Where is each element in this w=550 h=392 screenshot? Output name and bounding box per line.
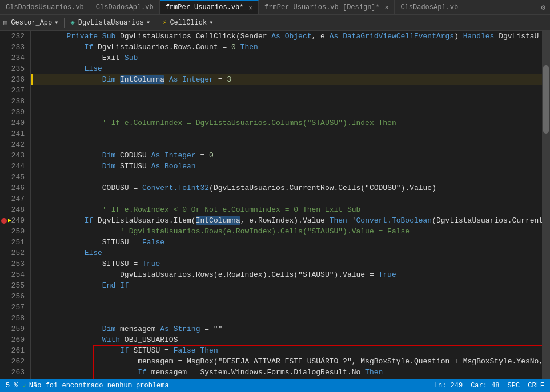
line-code: mensagem = MsgBox("DESEJA ATIVAR ESTE US… <box>31 356 542 367</box>
tab-bar: ClsDadosUsuarios.vb ClsDadosApl.vb frmPe… <box>0 0 550 15</box>
line-code: If DgvListaUsuarios.Rows.Count = 0 Then <box>31 42 258 52</box>
code-line-257 <box>31 302 542 313</box>
code-line-237 <box>31 85 542 96</box>
line-code: With OBJ_USUARIOS <box>31 334 178 345</box>
dropdown-arrow3: ▾ <box>209 18 213 27</box>
line-ending: CRLF <box>528 382 544 390</box>
code-line-248: ' If e.RowIndex < 0 Or Not e.ColumnIndex… <box>31 204 542 215</box>
code-line-254: DgvListaUsuarios.Rows(e.RowIndex).Cells(… <box>31 269 542 280</box>
line-code <box>31 313 35 324</box>
gutter-line-248: 248 <box>0 204 28 215</box>
code-line-240: ' If e.ColumnIndex = DgvListaUsuarios.Co… <box>31 118 542 128</box>
line-code: Exit Sub <box>31 52 138 63</box>
tab-frmpermanentes-active[interactable]: frmPer_Usuarios.vb* ✕ <box>160 0 259 15</box>
tab-clsdadosapl2[interactable]: ClsDadosApl.vb <box>395 0 464 15</box>
line-code <box>31 107 35 118</box>
code-line-261: If SITUSU = False Then <box>31 345 542 356</box>
tab-close-icon[interactable]: ✕ <box>248 4 252 11</box>
method-label: CellClick <box>170 19 207 27</box>
project-icon: ▤ <box>3 18 7 27</box>
project-dropdown[interactable]: Gestor_App ▾ <box>11 18 58 27</box>
line-code: SITUSU = False <box>31 237 164 248</box>
gutter-line-234: 234 <box>0 52 28 63</box>
line-code <box>31 302 35 313</box>
line-code: Else <box>31 248 102 258</box>
gutter-line-240: 240 <box>0 118 28 128</box>
tab-clsdadosapl1[interactable]: ClsDadosApl.vb <box>90 0 160 15</box>
class-dropdown[interactable]: DgvListaUsuarios ▾ <box>78 18 150 27</box>
line-code <box>31 96 35 107</box>
code-area[interactable]: Private Sub DgvListaUsuarios_CellClick(S… <box>31 31 542 379</box>
settings-icon[interactable]: ⚙ <box>536 3 550 12</box>
line-code: ' DgvListaUsuarios.Rows(e.RowIndex).Cell… <box>31 226 410 237</box>
gutter-line-242: 242 <box>0 139 28 150</box>
gutter-line-251: 251 <box>0 237 28 248</box>
line-code: Else <box>31 63 102 74</box>
gutter-line-249: 249 <box>0 215 28 226</box>
line-code: If DgvListaUsuarios.Item(IntColumna, e.R… <box>31 215 542 226</box>
code-line-241 <box>31 128 542 139</box>
line-code <box>31 172 35 183</box>
tab-close-icon[interactable]: ✕ <box>385 3 389 11</box>
gutter-line-263: 263 <box>0 367 28 378</box>
gutter-line-247: 247 <box>0 193 28 204</box>
toolbar-center: ◈ DgvListaUsuarios ▾ <box>70 18 150 27</box>
editor-main: 2322332342352362372382392402412422432442… <box>0 31 550 379</box>
gutter-line-235: 235 <box>0 63 28 74</box>
code-line-252: Else <box>31 248 542 258</box>
code-line-244: Dim SITUSU As Boolean <box>31 161 542 172</box>
method-dropdown[interactable]: CellClick ▾ <box>170 18 213 27</box>
dropdown-arrow2: ▾ <box>146 18 150 27</box>
status-bar: 5 % ✓ Não foi encontrado nenhum problema… <box>0 379 550 392</box>
gutter-line-232: 232 <box>0 31 28 42</box>
code-line-232: Private Sub DgvListaUsuarios_CellClick(S… <box>31 31 542 42</box>
code-line-259: Dim mensagem As String = "" <box>31 324 542 334</box>
code-line-236: Dim IntColumna As Integer = 3 <box>31 74 542 85</box>
line-code: DgvListaUsuarios.Rows(e.RowIndex).Cells(… <box>31 269 396 280</box>
zoom-level: 5 % <box>6 382 18 390</box>
toolbar-right: ⚡ CellClick ▾ <box>162 18 213 27</box>
status-left: 5 % ✓ Não foi encontrado nenhum problema <box>6 382 169 390</box>
tab-clsdados1[interactable]: ClsDadosUsuarios.vb <box>0 0 90 15</box>
vertical-scrollbar[interactable] <box>542 31 550 379</box>
code-line-235: Else <box>31 63 542 74</box>
line-code: End If <box>31 280 129 291</box>
gutter-line-233: 233 <box>0 42 28 52</box>
project-label: Gestor_App <box>11 19 52 27</box>
line-code <box>31 128 35 139</box>
gutter-line-246: 246 <box>0 183 28 193</box>
code-line-249: If DgvListaUsuarios.Item(IntColumna, e.R… <box>31 215 542 226</box>
code-line-242 <box>31 139 542 150</box>
code-line-239 <box>31 107 542 118</box>
status-right: Ln: 249 Car: 48 SPC CRLF <box>434 382 544 390</box>
code-line-256 <box>31 291 542 302</box>
line-code: CODUSU = Convert.ToInt32(DgvListaUsuario… <box>31 183 436 193</box>
tab-frmpermanentes-design[interactable]: frmPer_Usuarios.vb [Design]* ✕ <box>259 0 395 15</box>
dropdown-arrow: ▾ <box>54 18 58 27</box>
gutter-line-260: 260 <box>0 334 28 345</box>
tab-label: ClsDadosApl.vb <box>96 3 154 11</box>
code-line-255: End If <box>31 280 542 291</box>
class-label: DgvListaUsuarios <box>78 19 144 27</box>
status-ok: ✓ Não foi encontrado nenhum problema <box>23 382 169 390</box>
gutter-line-236: 236 <box>0 74 28 85</box>
gutter-line-252: 252 <box>0 248 28 258</box>
yellow-indicator <box>31 74 33 85</box>
line-numbers-gutter: 2322332342352362372382392402412422432442… <box>0 31 31 379</box>
line-code: If mensagem = System.Windows.Forms.Dialo… <box>31 367 383 378</box>
gutter-line-254: 254 <box>0 269 28 280</box>
code-line-234: Exit Sub <box>31 52 542 63</box>
code-content: Private Sub DgvListaUsuarios_CellClick(S… <box>31 31 542 379</box>
code-line-258 <box>31 313 542 324</box>
code-line-243: Dim CODUSU As Integer = 0 <box>31 150 542 161</box>
toolbar-left: ▤ Gestor_App ▾ <box>3 18 58 27</box>
gutter-line-259: 259 <box>0 324 28 334</box>
line-code: ' If e.RowIndex < 0 Or Not e.ColumnIndex… <box>31 204 360 215</box>
toolbar: ▤ Gestor_App ▾ ◈ DgvListaUsuarios ▾ ⚡ Ce… <box>0 15 550 31</box>
gutter-line-239: 239 <box>0 107 28 118</box>
code-line-238 <box>31 96 542 107</box>
code-line-250: ' DgvListaUsuarios.Rows(e.RowIndex).Cell… <box>31 226 542 237</box>
code-line-245 <box>31 172 542 183</box>
tab-label: frmPer_Usuarios.vb* <box>166 3 244 11</box>
scrollbar-thumb[interactable] <box>543 65 549 134</box>
